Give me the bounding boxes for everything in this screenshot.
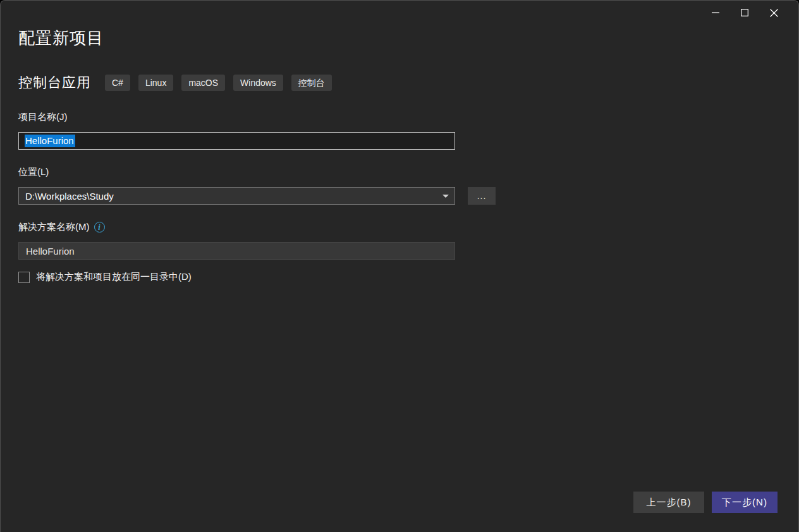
location-row: D:\Workplaces\Study ...	[18, 187, 781, 205]
footer-buttons: 上一步(B) 下一步(N)	[633, 492, 778, 513]
location-value: D:\Workplaces\Study	[25, 191, 114, 202]
tag-csharp: C#	[105, 75, 130, 91]
same-directory-option[interactable]: 将解决方案和项目放在同一目录中(D)	[18, 271, 781, 283]
solution-name-input[interactable]	[18, 242, 455, 260]
tag-linux: Linux	[138, 75, 173, 91]
page-title: 配置新项目	[18, 27, 781, 49]
tag-console: 控制台	[291, 75, 332, 91]
next-button[interactable]: 下一步(N)	[712, 492, 778, 513]
chevron-down-icon	[442, 195, 449, 198]
project-name-label: 项目名称(J)	[18, 111, 781, 123]
project-name-selected-text: HelloFurion	[25, 135, 75, 147]
location-label: 位置(L)	[18, 166, 781, 178]
template-header: 控制台应用 C# Linux macOS Windows 控制台	[18, 73, 781, 92]
info-icon[interactable]: i	[94, 222, 105, 233]
project-name-input[interactable]: HelloFurion	[18, 132, 455, 150]
browse-button[interactable]: ...	[468, 187, 496, 205]
tag-windows: Windows	[233, 75, 283, 91]
solution-name-label: 解决方案名称(M)	[18, 221, 90, 233]
dialog-content: 配置新项目 控制台应用 C# Linux macOS Windows 控制台 项…	[18, 1, 781, 283]
template-name: 控制台应用	[18, 73, 91, 92]
same-directory-label: 将解决方案和项目放在同一目录中(D)	[36, 271, 192, 283]
template-tags: C# Linux macOS Windows 控制台	[105, 75, 332, 91]
back-button[interactable]: 上一步(B)	[633, 492, 704, 513]
configure-project-dialog: 配置新项目 控制台应用 C# Linux macOS Windows 控制台 项…	[0, 0, 799, 532]
tag-macos: macOS	[181, 75, 225, 91]
location-combobox[interactable]: D:\Workplaces\Study	[18, 187, 455, 205]
solution-name-label-row: 解决方案名称(M) i	[18, 221, 781, 233]
same-directory-checkbox[interactable]	[18, 272, 30, 283]
